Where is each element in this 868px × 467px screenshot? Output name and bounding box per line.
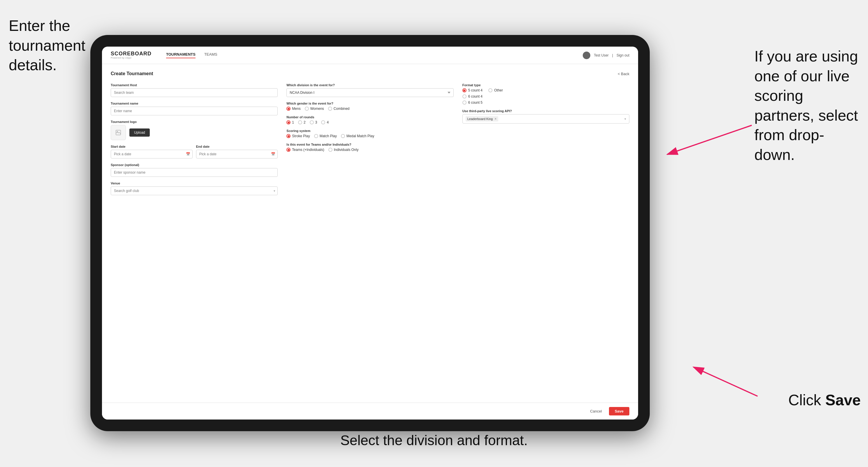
format-6count4-radio[interactable] [462, 94, 466, 98]
user-avatar [583, 52, 590, 59]
live-scoring-value: Leaderboard King [467, 117, 493, 121]
annotation-bottom-center: Select the division and format. [340, 432, 528, 449]
rounds-2-radio[interactable] [298, 120, 302, 124]
rounds-3[interactable]: 3 [310, 120, 317, 124]
scoring-medal-radio[interactable] [341, 134, 345, 138]
teams-group: Is this event for Teams and/or Individua… [286, 143, 454, 152]
teams-individuals-label: Individuals Only [334, 148, 359, 152]
user-name: Test User [594, 53, 609, 57]
division-group: Which division is the event for? NCAA Di… [286, 83, 454, 97]
gender-combined-label: Combined [334, 106, 350, 111]
start-date-group: Start date 📅 [111, 145, 193, 158]
sponsor-group: Sponsor (optional) [111, 163, 278, 177]
scoring-stroke-radio[interactable] [286, 134, 290, 138]
sponsor-input[interactable] [111, 168, 278, 177]
scoring-stroke-label: Stroke Play [292, 134, 310, 138]
format-type-row: 5 count 4 6 count 4 6 count 5 [462, 88, 629, 104]
nav-links: TOURNAMENTS TEAMS [166, 52, 217, 58]
format-type-label: Format type [462, 83, 629, 87]
tournament-name-input[interactable] [111, 106, 278, 115]
live-scoring-remove[interactable]: × [494, 117, 496, 121]
back-link[interactable]: < Back [618, 72, 629, 76]
rounds-4-radio[interactable] [321, 120, 325, 124]
gender-womens[interactable]: Womens [305, 106, 324, 111]
nav-tournaments[interactable]: TOURNAMENTS [166, 52, 195, 58]
format-other-radio[interactable] [488, 88, 492, 92]
format-6count5-radio[interactable] [462, 100, 466, 104]
search-golf-club-input[interactable] [111, 186, 278, 195]
brand: SCOREBOARD Powered by clippi [111, 51, 152, 59]
teams-teams-label: Teams (+Individuals) [292, 148, 324, 152]
gender-combined[interactable]: Combined [328, 106, 350, 111]
end-date-group: End date 📅 [196, 145, 278, 158]
rounds-4-label: 4 [327, 120, 329, 124]
format-6count5[interactable]: 6 count 5 [462, 100, 483, 104]
format-6count4-label: 6 count 4 [468, 94, 483, 98]
venue-label: Venue [111, 182, 278, 185]
format-other[interactable]: Other [488, 88, 503, 92]
rounds-1-radio[interactable] [286, 120, 290, 124]
rounds-4[interactable]: 4 [321, 120, 329, 124]
form-container: Create Tournament < Back Tournament Host… [102, 64, 638, 403]
annotation-top-left: Enter the tournament details. [9, 16, 90, 75]
gender-combined-radio[interactable] [328, 106, 332, 111]
venue-group: Venue ▾ [111, 182, 278, 195]
teams-teams-radio[interactable] [286, 148, 290, 152]
search-team-input[interactable] [111, 88, 278, 97]
rounds-2[interactable]: 2 [298, 120, 306, 124]
teams-individuals-radio[interactable] [329, 148, 333, 152]
scoring-match-label: Match Play [320, 134, 337, 138]
sign-out-link[interactable]: Sign out [617, 53, 629, 57]
form-header: Create Tournament < Back [111, 71, 629, 76]
save-button[interactable]: Save [609, 407, 629, 415]
gender-mens-radio[interactable] [286, 106, 290, 111]
gender-mens-label: Mens [292, 106, 301, 111]
tournament-name-group: Tournament name [111, 102, 278, 115]
end-calendar-icon: 📅 [271, 152, 275, 156]
cancel-button[interactable]: Cancel [587, 407, 605, 415]
end-date-input[interactable] [196, 150, 278, 158]
svg-line-4 [693, 367, 757, 396]
format-5count4-radio[interactable] [462, 88, 466, 92]
format-6count4[interactable]: 6 count 4 [462, 94, 483, 98]
tablet-device: SCOREBOARD Powered by clippi TOURNAMENTS… [90, 35, 650, 431]
tournament-name-label: Tournament name [111, 102, 278, 105]
gender-mens[interactable]: Mens [286, 106, 301, 111]
scoring-match-radio[interactable] [314, 134, 318, 138]
right-column: Format type 5 count 4 6 count [462, 83, 629, 124]
gender-womens-radio[interactable] [305, 106, 309, 111]
end-date-label: End date [196, 145, 278, 148]
teams-teams[interactable]: Teams (+Individuals) [286, 148, 324, 152]
format-6count5-label: 6 count 5 [468, 100, 483, 104]
navbar-separator: | [612, 53, 613, 57]
format-other-label: Other [494, 88, 503, 92]
scoring-stroke[interactable]: Stroke Play [286, 134, 310, 138]
gender-label: Which gender is the event for? [286, 102, 454, 105]
format-options-group: 5 count 4 6 count 4 6 count 5 [462, 88, 483, 104]
rounds-1[interactable]: 1 [286, 120, 294, 124]
left-column: Tournament Host Tournament name Tourname… [111, 83, 278, 195]
nav-teams[interactable]: TEAMS [204, 52, 217, 58]
rounds-2-label: 2 [304, 120, 306, 124]
upload-button[interactable]: Upload [129, 128, 150, 137]
format-5count4[interactable]: 5 count 4 [462, 88, 483, 92]
format-type-group: Format type 5 count 4 6 count [462, 83, 629, 104]
scoring-match[interactable]: Match Play [314, 134, 337, 138]
teams-individuals[interactable]: Individuals Only [329, 148, 359, 152]
start-date-input[interactable] [111, 150, 193, 158]
division-select[interactable]: NCAA Division I [286, 88, 454, 97]
gender-group: Which gender is the event for? Mens Wome… [286, 102, 454, 111]
main-content: Create Tournament < Back Tournament Host… [102, 64, 638, 403]
gender-womens-label: Womens [310, 106, 324, 111]
rounds-group: Number of rounds 1 2 [286, 115, 454, 124]
tablet-screen: SCOREBOARD Powered by clippi TOURNAMENTS… [102, 46, 638, 419]
gender-radio-group: Mens Womens Combined [286, 106, 454, 111]
start-date-label: Start date [111, 145, 193, 148]
rounds-3-radio[interactable] [310, 120, 314, 124]
form-footer: Cancel Save [102, 403, 638, 419]
tournament-logo-label: Tournament logo [111, 120, 278, 124]
venue-dropdown-icon: ▾ [274, 189, 275, 193]
teams-label: Is this event for Teams and/or Individua… [286, 143, 454, 146]
live-scoring-select[interactable]: Leaderboard King × ▾ [462, 114, 629, 124]
scoring-medal[interactable]: Medal Match Play [341, 134, 374, 138]
